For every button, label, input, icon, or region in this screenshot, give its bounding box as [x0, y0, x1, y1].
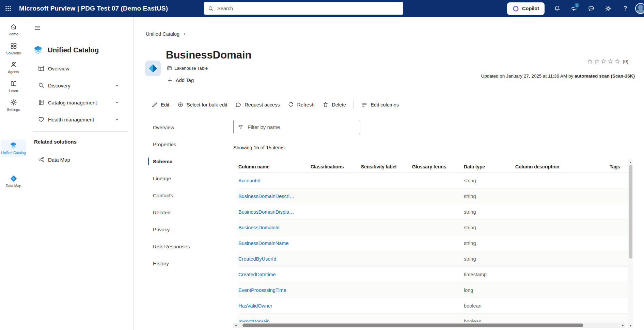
- sidebar-item-health-management[interactable]: Health management: [27, 111, 133, 128]
- tab[interactable]: Lineage: [147, 170, 203, 187]
- filter-input[interactable]: [247, 124, 356, 130]
- column-name-link[interactable]: EventProcessingTime: [238, 287, 286, 293]
- tab[interactable]: History: [147, 255, 203, 272]
- star-icon[interactable]: [601, 59, 607, 64]
- scroll-down-arrow[interactable]: ▼: [628, 323, 633, 328]
- product-title: Microsoft Purview | PDG Test 07 (Demo Ea…: [19, 5, 168, 12]
- learn-icon: [10, 80, 17, 87]
- scroll-right-arrow[interactable]: ►: [620, 323, 626, 328]
- table-row[interactable]: IsRootDomain boolean: [238, 314, 628, 322]
- rail-item-unified-catalog[interactable]: Unified Catalog: [1, 139, 26, 157]
- global-search[interactable]: [204, 2, 403, 15]
- column-name-link[interactable]: BusinessDomainId: [238, 225, 280, 230]
- related-solutions-heading: Related solutions: [34, 139, 77, 145]
- request-access-button[interactable]: Request access: [231, 99, 284, 111]
- star-icon[interactable]: [608, 59, 613, 64]
- refresh-button[interactable]: Refresh: [284, 99, 318, 111]
- toolbar-separator: [354, 100, 354, 109]
- delete-button[interactable]: Delete: [318, 99, 350, 111]
- feedback-icon: [588, 5, 595, 12]
- vertical-scrollbar[interactable]: ▲ ▼: [628, 159, 633, 328]
- table-row[interactable]: AccountId string: [238, 173, 628, 188]
- filter-field[interactable]: [233, 120, 360, 134]
- header-data-type[interactable]: Data type: [464, 164, 515, 169]
- feedback-button[interactable]: [583, 0, 600, 17]
- tab[interactable]: Schema: [147, 153, 203, 170]
- search-input[interactable]: [217, 5, 399, 12]
- star-icon[interactable]: [594, 59, 600, 64]
- rail-item-home[interactable]: Home: [1, 21, 26, 38]
- related-solutions-list: Data Map: [27, 151, 133, 168]
- header-glossary-terms[interactable]: Glossary terms: [412, 164, 464, 169]
- horizontal-scroll-thumb[interactable]: [242, 324, 583, 327]
- discovery-icon: [38, 82, 45, 89]
- column-name-link[interactable]: BusinessDomainDescri…: [238, 194, 294, 199]
- column-name-link[interactable]: HasValidOwner: [238, 303, 272, 309]
- star-icon[interactable]: [587, 59, 593, 64]
- horizontal-scrollbar[interactable]: ◄ ►: [233, 323, 626, 328]
- table-row[interactable]: HasValidOwner boolean: [238, 298, 628, 314]
- rail-item-data-map[interactable]: Data Map: [1, 173, 26, 190]
- breadcrumb-chevron-icon: [182, 32, 186, 36]
- app-launcher-button[interactable]: [0, 0, 16, 17]
- add-tag-button[interactable]: Add Tag: [168, 78, 194, 83]
- edit-columns-button[interactable]: Edit columns: [357, 99, 403, 111]
- copilot-button[interactable]: Copilot: [507, 2, 545, 15]
- rail-item-settings[interactable]: Settings: [1, 97, 26, 114]
- breadcrumb: Unified Catalog: [146, 31, 186, 37]
- header-column-name[interactable]: Column name: [238, 164, 311, 169]
- tab-label: Contacts: [153, 193, 173, 198]
- table-row[interactable]: CreatedByUserId string: [238, 251, 628, 267]
- column-name-link[interactable]: IsRootDomain: [238, 319, 270, 322]
- bulk-edit-button[interactable]: Select for bulk edit: [173, 99, 231, 111]
- tab[interactable]: Risk Responses: [147, 238, 203, 255]
- whats-new-button[interactable]: 1: [566, 0, 583, 17]
- tab[interactable]: Overview: [147, 119, 203, 136]
- table-row[interactable]: BusinessDomainDescri… string: [238, 188, 628, 204]
- table-row[interactable]: BusinessDomainName string: [238, 235, 628, 251]
- table-row[interactable]: CreatedDatetime timestamp: [238, 267, 628, 282]
- sidebar-title-row: Unified Catalog: [33, 45, 99, 55]
- sidebar-item-discovery[interactable]: Discovery: [27, 77, 133, 94]
- header-column-description[interactable]: Column description: [515, 164, 610, 169]
- sidebar-item-data-map[interactable]: Data Map: [27, 151, 133, 168]
- tab[interactable]: Related: [147, 204, 203, 221]
- scroll-left-arrow[interactable]: ◄: [233, 323, 239, 328]
- tab[interactable]: Properties: [147, 136, 203, 153]
- settings-button[interactable]: [600, 0, 617, 17]
- rail-item-agents[interactable]: Agents: [1, 59, 26, 76]
- copilot-icon: [513, 5, 519, 12]
- header-classifications[interactable]: Classifications: [311, 164, 361, 169]
- rail-item-learn[interactable]: Learn: [1, 78, 26, 95]
- tab[interactable]: Privacy: [147, 221, 203, 238]
- circle-plus-icon: [177, 102, 184, 108]
- collapse-menu-button[interactable]: [33, 23, 42, 33]
- column-name-link[interactable]: BusinessDomainName: [238, 241, 288, 246]
- tab[interactable]: Contacts: [147, 187, 203, 204]
- table-row[interactable]: BusinessDomainDispla… string: [238, 204, 628, 220]
- star-icon[interactable]: [614, 59, 620, 64]
- asset-type-row: Lakehouse Table: [167, 66, 208, 71]
- help-button[interactable]: ?: [617, 0, 634, 17]
- column-name-link[interactable]: CreatedDatetime: [238, 272, 276, 277]
- table-row[interactable]: BusinessDomainId string: [238, 220, 628, 235]
- column-name-link[interactable]: CreatedByUserId: [238, 256, 276, 262]
- column-name-link[interactable]: BusinessDomainDispla…: [238, 209, 294, 215]
- notifications-button[interactable]: [549, 0, 566, 17]
- scan-link[interactable]: (Scan-36K): [611, 73, 635, 79]
- column-name-link[interactable]: AccountId: [238, 178, 261, 183]
- table-row[interactable]: EventProcessingTime long: [238, 282, 628, 298]
- data-map-icon: [10, 175, 17, 182]
- health-management-icon: [38, 116, 45, 123]
- account-avatar[interactable]: [635, 3, 644, 14]
- breadcrumb-link[interactable]: Unified Catalog: [146, 31, 179, 37]
- sidebar-item-overview[interactable]: Overview: [27, 60, 133, 77]
- scroll-up-arrow[interactable]: ▲: [628, 159, 633, 165]
- sidebar-item-catalog-management[interactable]: Catalog management: [27, 94, 133, 111]
- rating-count: (0): [623, 59, 629, 64]
- rail-item-solutions[interactable]: Solutions: [1, 40, 26, 57]
- header-tags[interactable]: Tags: [610, 164, 628, 169]
- edit-button[interactable]: Edit: [147, 99, 173, 111]
- header-sensitivity-label[interactable]: Sensitivity label: [361, 164, 412, 169]
- vertical-scroll-thumb[interactable]: [629, 165, 632, 259]
